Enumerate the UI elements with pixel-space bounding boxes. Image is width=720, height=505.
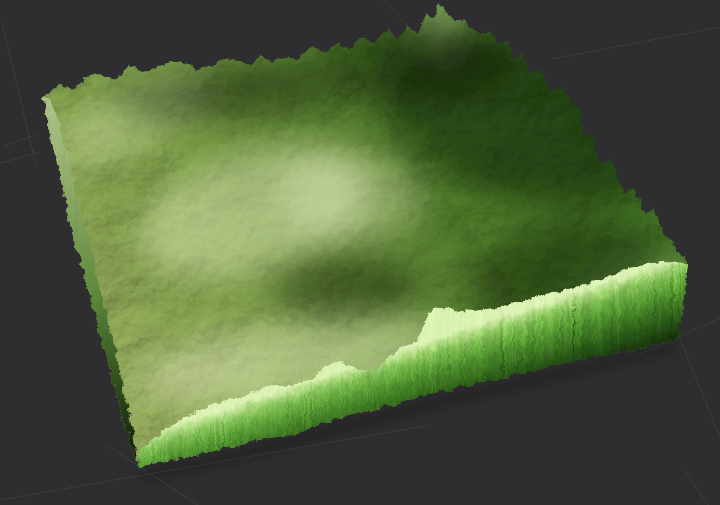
grid-line <box>684 470 708 505</box>
terrain-shading-spot <box>328 22 512 102</box>
3d-viewport[interactable] <box>0 0 720 505</box>
grid-line <box>383 0 414 32</box>
terrain-shading-spot <box>270 256 420 320</box>
grid-line <box>2 22 36 165</box>
3d-viewport-canvas[interactable] <box>0 0 720 505</box>
grid-line <box>552 27 720 59</box>
terrain-shading-spot <box>280 152 424 244</box>
terrain-mesh[interactable] <box>20 0 710 480</box>
